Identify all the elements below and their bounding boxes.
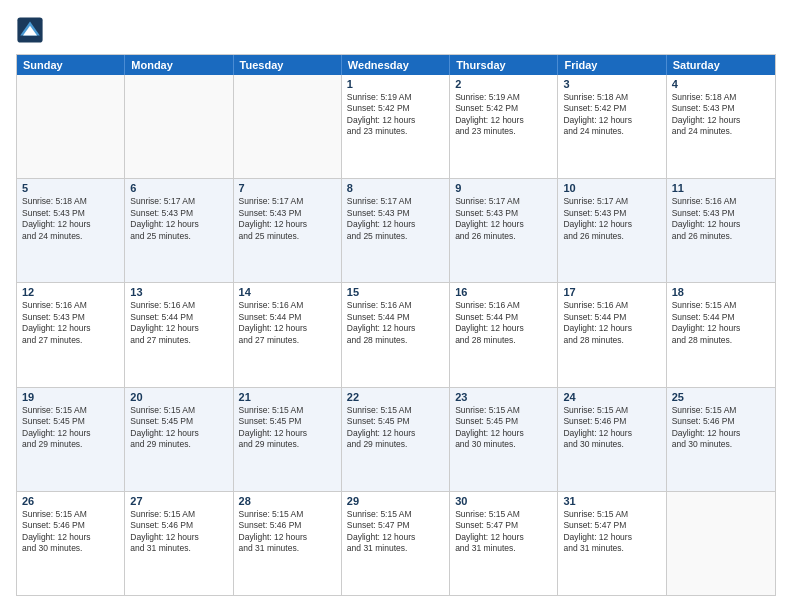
logo-icon [16,16,44,44]
day-number: 10 [563,182,660,194]
day-number: 8 [347,182,444,194]
day-header-wednesday: Wednesday [342,55,450,75]
day-cell: 22Sunrise: 5:15 AM Sunset: 5:45 PM Dayli… [342,388,450,491]
day-number: 12 [22,286,119,298]
day-cell: 26Sunrise: 5:15 AM Sunset: 5:46 PM Dayli… [17,492,125,595]
day-number: 20 [130,391,227,403]
day-cell: 3Sunrise: 5:18 AM Sunset: 5:42 PM Daylig… [558,75,666,178]
week-row-3: 12Sunrise: 5:16 AM Sunset: 5:43 PM Dayli… [17,282,775,386]
day-number: 6 [130,182,227,194]
day-cell: 14Sunrise: 5:16 AM Sunset: 5:44 PM Dayli… [234,283,342,386]
day-cell: 13Sunrise: 5:16 AM Sunset: 5:44 PM Dayli… [125,283,233,386]
day-info: Sunrise: 5:15 AM Sunset: 5:46 PM Dayligh… [22,509,119,555]
day-cell: 5Sunrise: 5:18 AM Sunset: 5:43 PM Daylig… [17,179,125,282]
day-number: 23 [455,391,552,403]
day-info: Sunrise: 5:18 AM Sunset: 5:43 PM Dayligh… [672,92,770,138]
day-number: 2 [455,78,552,90]
day-number: 3 [563,78,660,90]
day-cell: 28Sunrise: 5:15 AM Sunset: 5:46 PM Dayli… [234,492,342,595]
day-header-sunday: Sunday [17,55,125,75]
day-info: Sunrise: 5:16 AM Sunset: 5:43 PM Dayligh… [672,196,770,242]
day-number: 16 [455,286,552,298]
week-row-1: 1Sunrise: 5:19 AM Sunset: 5:42 PM Daylig… [17,75,775,178]
day-cell: 24Sunrise: 5:15 AM Sunset: 5:46 PM Dayli… [558,388,666,491]
day-info: Sunrise: 5:15 AM Sunset: 5:45 PM Dayligh… [455,405,552,451]
day-cell: 1Sunrise: 5:19 AM Sunset: 5:42 PM Daylig… [342,75,450,178]
day-cell: 15Sunrise: 5:16 AM Sunset: 5:44 PM Dayli… [342,283,450,386]
day-cell: 8Sunrise: 5:17 AM Sunset: 5:43 PM Daylig… [342,179,450,282]
day-info: Sunrise: 5:16 AM Sunset: 5:44 PM Dayligh… [130,300,227,346]
day-info: Sunrise: 5:18 AM Sunset: 5:43 PM Dayligh… [22,196,119,242]
day-cell: 25Sunrise: 5:15 AM Sunset: 5:46 PM Dayli… [667,388,775,491]
day-header-saturday: Saturday [667,55,775,75]
day-info: Sunrise: 5:17 AM Sunset: 5:43 PM Dayligh… [130,196,227,242]
day-number: 13 [130,286,227,298]
day-info: Sunrise: 5:15 AM Sunset: 5:47 PM Dayligh… [455,509,552,555]
day-number: 30 [455,495,552,507]
day-header-monday: Monday [125,55,233,75]
day-cell: 7Sunrise: 5:17 AM Sunset: 5:43 PM Daylig… [234,179,342,282]
day-header-thursday: Thursday [450,55,558,75]
day-info: Sunrise: 5:15 AM Sunset: 5:45 PM Dayligh… [239,405,336,451]
day-info: Sunrise: 5:15 AM Sunset: 5:45 PM Dayligh… [130,405,227,451]
day-info: Sunrise: 5:15 AM Sunset: 5:47 PM Dayligh… [563,509,660,555]
logo [16,16,48,44]
day-info: Sunrise: 5:16 AM Sunset: 5:44 PM Dayligh… [239,300,336,346]
day-number: 29 [347,495,444,507]
day-number: 9 [455,182,552,194]
week-row-2: 5Sunrise: 5:18 AM Sunset: 5:43 PM Daylig… [17,178,775,282]
day-cell: 12Sunrise: 5:16 AM Sunset: 5:43 PM Dayli… [17,283,125,386]
day-cell: 31Sunrise: 5:15 AM Sunset: 5:47 PM Dayli… [558,492,666,595]
day-info: Sunrise: 5:16 AM Sunset: 5:44 PM Dayligh… [347,300,444,346]
day-number: 28 [239,495,336,507]
day-number: 19 [22,391,119,403]
day-cell: 27Sunrise: 5:15 AM Sunset: 5:46 PM Dayli… [125,492,233,595]
page: SundayMondayTuesdayWednesdayThursdayFrid… [0,0,792,612]
day-number: 24 [563,391,660,403]
day-number: 1 [347,78,444,90]
day-cell: 6Sunrise: 5:17 AM Sunset: 5:43 PM Daylig… [125,179,233,282]
day-info: Sunrise: 5:16 AM Sunset: 5:43 PM Dayligh… [22,300,119,346]
week-row-5: 26Sunrise: 5:15 AM Sunset: 5:46 PM Dayli… [17,491,775,595]
day-cell: 2Sunrise: 5:19 AM Sunset: 5:42 PM Daylig… [450,75,558,178]
day-info: Sunrise: 5:15 AM Sunset: 5:46 PM Dayligh… [672,405,770,451]
day-header-tuesday: Tuesday [234,55,342,75]
day-info: Sunrise: 5:15 AM Sunset: 5:46 PM Dayligh… [239,509,336,555]
day-number: 26 [22,495,119,507]
day-info: Sunrise: 5:15 AM Sunset: 5:45 PM Dayligh… [22,405,119,451]
day-number: 11 [672,182,770,194]
day-info: Sunrise: 5:17 AM Sunset: 5:43 PM Dayligh… [239,196,336,242]
day-cell: 16Sunrise: 5:16 AM Sunset: 5:44 PM Dayli… [450,283,558,386]
day-number: 22 [347,391,444,403]
day-number: 15 [347,286,444,298]
day-info: Sunrise: 5:15 AM Sunset: 5:46 PM Dayligh… [563,405,660,451]
day-number: 17 [563,286,660,298]
day-info: Sunrise: 5:17 AM Sunset: 5:43 PM Dayligh… [347,196,444,242]
day-cell: 29Sunrise: 5:15 AM Sunset: 5:47 PM Dayli… [342,492,450,595]
day-info: Sunrise: 5:15 AM Sunset: 5:47 PM Dayligh… [347,509,444,555]
weeks: 1Sunrise: 5:19 AM Sunset: 5:42 PM Daylig… [17,75,775,595]
day-number: 14 [239,286,336,298]
day-info: Sunrise: 5:19 AM Sunset: 5:42 PM Dayligh… [347,92,444,138]
day-info: Sunrise: 5:16 AM Sunset: 5:44 PM Dayligh… [563,300,660,346]
day-cell: 21Sunrise: 5:15 AM Sunset: 5:45 PM Dayli… [234,388,342,491]
day-cell: 11Sunrise: 5:16 AM Sunset: 5:43 PM Dayli… [667,179,775,282]
day-info: Sunrise: 5:17 AM Sunset: 5:43 PM Dayligh… [455,196,552,242]
day-cell: 9Sunrise: 5:17 AM Sunset: 5:43 PM Daylig… [450,179,558,282]
day-number: 18 [672,286,770,298]
day-info: Sunrise: 5:15 AM Sunset: 5:46 PM Dayligh… [130,509,227,555]
day-cell: 23Sunrise: 5:15 AM Sunset: 5:45 PM Dayli… [450,388,558,491]
day-info: Sunrise: 5:16 AM Sunset: 5:44 PM Dayligh… [455,300,552,346]
calendar: SundayMondayTuesdayWednesdayThursdayFrid… [16,54,776,596]
day-info: Sunrise: 5:15 AM Sunset: 5:44 PM Dayligh… [672,300,770,346]
day-info: Sunrise: 5:19 AM Sunset: 5:42 PM Dayligh… [455,92,552,138]
day-cell [17,75,125,178]
day-cell: 18Sunrise: 5:15 AM Sunset: 5:44 PM Dayli… [667,283,775,386]
day-cell [234,75,342,178]
day-info: Sunrise: 5:17 AM Sunset: 5:43 PM Dayligh… [563,196,660,242]
day-headers: SundayMondayTuesdayWednesdayThursdayFrid… [17,55,775,75]
day-info: Sunrise: 5:15 AM Sunset: 5:45 PM Dayligh… [347,405,444,451]
day-cell: 30Sunrise: 5:15 AM Sunset: 5:47 PM Dayli… [450,492,558,595]
day-cell [667,492,775,595]
day-cell: 10Sunrise: 5:17 AM Sunset: 5:43 PM Dayli… [558,179,666,282]
